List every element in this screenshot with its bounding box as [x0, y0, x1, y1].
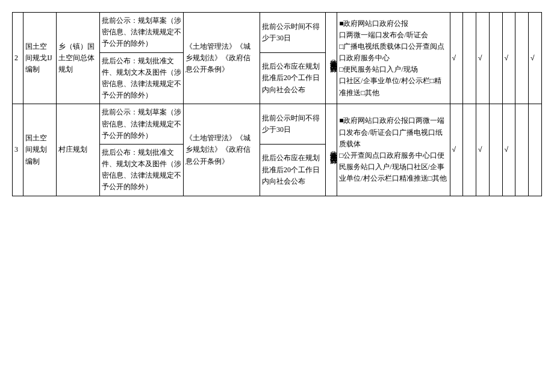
- basis-cell: 《土地管理法》《城乡规划法》《政府信息公开条例》: [184, 13, 260, 104]
- category-cell: 国土空间规戈IJ编制: [23, 13, 56, 104]
- check-cell: [489, 104, 502, 196]
- table-row: 3 国土空间规划编制 村庄规划 批前公示：规划草案（涉密信息、法律法规规定不予公…: [13, 104, 542, 145]
- time-pre-cell: 批前公示时间不得少于30日: [260, 104, 326, 145]
- category-cell: 国土空间规划编制: [23, 104, 56, 196]
- content-pre-cell: 批前公示：规划草案（涉密信息、法律法规规定不予公开的除外）: [100, 13, 184, 53]
- plan-cell: 乡（镇）国土空间总体规划: [56, 13, 100, 104]
- row-number: 2: [13, 13, 23, 104]
- channels-cell: ■政府网站口政府公报口两微一端口发布会/听证会口广播电视口纸质载体 □公开查阅点…: [337, 104, 450, 196]
- content-post-cell: 批后公布：规划批准文件、规划文本及图件（涉密信息、法律法规规定不予公开的除外）: [100, 144, 184, 196]
- check-cell: [463, 13, 476, 104]
- check-cell: [515, 13, 529, 104]
- time-post-cell: 批后公布应在规划批准后20个工作日内向社会公布: [260, 144, 326, 196]
- subject-cell: 县镇资津乡然所盐各自源: [325, 13, 337, 104]
- time-post-cell: 批后公布应在规划批准后20个工作日内向社会公布: [260, 52, 326, 104]
- check-cell: √: [529, 13, 542, 104]
- check-cell: √: [502, 104, 515, 196]
- row-number: 3: [13, 104, 23, 196]
- check-cell: [463, 104, 476, 196]
- channels-cell: ■政府网站口政府公报 口两微一端口发布会/听证会 □广播电视纸质载体口公开查阅点…: [337, 13, 450, 104]
- content-post-cell: 批后公布：规划批准文件、规划文木及图件（涉密信息、法律法规规定不予公开的除外）: [100, 52, 184, 104]
- disclosure-table: 2 国土空间规戈IJ编制 乡（镇）国土空间总体规划 批前公示：规划草案（涉密信息…: [12, 12, 542, 196]
- table-row: 2 国土空间规戈IJ编制 乡（镇）国土空间总体规划 批前公示：规划草案（涉密信息…: [13, 13, 542, 53]
- subject-cell: 县镇资津乡然所盐各自源: [325, 104, 337, 196]
- check-cell: [489, 13, 502, 104]
- check-cell: √: [450, 13, 463, 104]
- content-pre-cell: 批前公示：规划草案（涉密信息、法律法规规定不予公开的除外）: [100, 104, 184, 145]
- check-cell: √: [502, 13, 515, 104]
- time-pre-cell: 批前公示时间不得少于30日: [260, 13, 326, 53]
- check-cell: [529, 104, 542, 196]
- plan-cell: 村庄规划: [56, 104, 100, 196]
- check-cell: [515, 104, 529, 196]
- basis-cell: 《土地管理法》《城乡规划法》《政府信息公开条例》: [184, 104, 260, 196]
- document-page: 2 国土空间规戈IJ编制 乡（镇）国土空间总体规划 批前公示：规划草案（涉密信息…: [12, 12, 542, 196]
- check-cell: √: [450, 104, 463, 196]
- check-cell: √: [476, 13, 490, 104]
- check-cell: √: [476, 104, 490, 196]
